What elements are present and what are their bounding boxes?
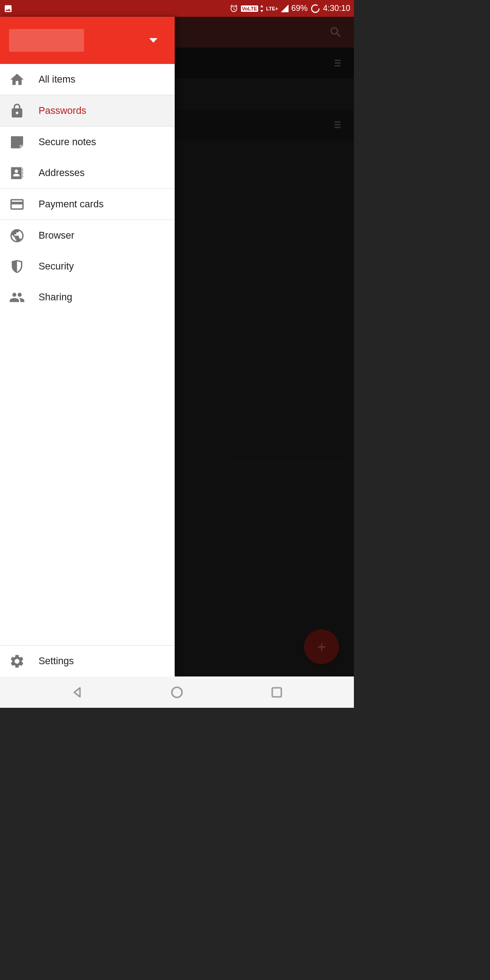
sidebar-item-label: Settings (39, 656, 74, 667)
sidebar-item-payment-cards[interactable]: Payment cards (0, 189, 175, 220)
home-button[interactable] (170, 686, 184, 699)
drawer-items: All items Passwords Secure notes (0, 64, 175, 645)
svg-rect-9 (272, 688, 281, 697)
navigation-drawer: All items Passwords Secure notes (0, 17, 175, 676)
sidebar-item-all-items[interactable]: All items (0, 64, 175, 95)
lock-icon (9, 103, 25, 119)
updown-icon (260, 5, 264, 12)
sidebar-item-passwords[interactable]: Passwords (0, 95, 175, 126)
lte-text: LTE+ (266, 6, 278, 11)
globe-icon (9, 228, 25, 244)
loading-icon (310, 4, 320, 14)
recent-apps-button[interactable] (270, 686, 284, 699)
sidebar-item-label: Passwords (39, 105, 86, 117)
battery-text: 69% (291, 4, 308, 13)
chevron-down-icon[interactable] (149, 36, 157, 44)
drawer-header[interactable] (0, 17, 175, 64)
svg-point-0 (312, 5, 319, 12)
contact-icon (9, 165, 25, 181)
shield-icon (9, 259, 25, 274)
status-bar: VoLTE LTE+ 69% 4:30:10 (0, 0, 354, 17)
sidebar-item-addresses[interactable]: Addresses (0, 157, 175, 188)
svg-point-7 (15, 169, 18, 172)
sidebar-item-label: Secure notes (39, 137, 96, 148)
people-icon (9, 289, 25, 305)
user-name-redacted (9, 29, 84, 52)
drawer-footer: Settings (0, 645, 175, 676)
sidebar-item-label: All items (39, 74, 75, 85)
back-button[interactable] (70, 686, 84, 699)
sidebar-item-label: Sharing (39, 292, 72, 303)
sidebar-item-label: Browser (39, 230, 74, 241)
volte-badge: VoLTE (241, 5, 258, 12)
sidebar-item-label: Addresses (39, 167, 85, 179)
alarm-icon (230, 4, 238, 13)
svg-point-8 (172, 687, 182, 697)
sidebar-item-sharing[interactable]: Sharing (0, 282, 175, 313)
gear-icon (9, 653, 25, 669)
sidebar-item-label: Payment cards (39, 199, 103, 210)
sidebar-item-browser[interactable]: Browser (0, 220, 175, 251)
sidebar-item-secure-notes[interactable]: Secure notes (0, 127, 175, 157)
note-icon (9, 134, 25, 150)
status-left (4, 4, 13, 13)
home-icon (9, 72, 25, 88)
sidebar-item-label: Security (39, 261, 74, 272)
credit-card-icon (9, 196, 25, 212)
status-right: VoLTE LTE+ 69% 4:30:10 (230, 4, 350, 14)
sidebar-item-settings[interactable]: Settings (0, 646, 175, 676)
image-icon (4, 4, 13, 13)
signal-icon (281, 5, 289, 12)
clock-text: 4:30:10 (323, 4, 350, 13)
system-nav-bar (0, 676, 354, 708)
sidebar-item-security[interactable]: Security (0, 251, 175, 282)
